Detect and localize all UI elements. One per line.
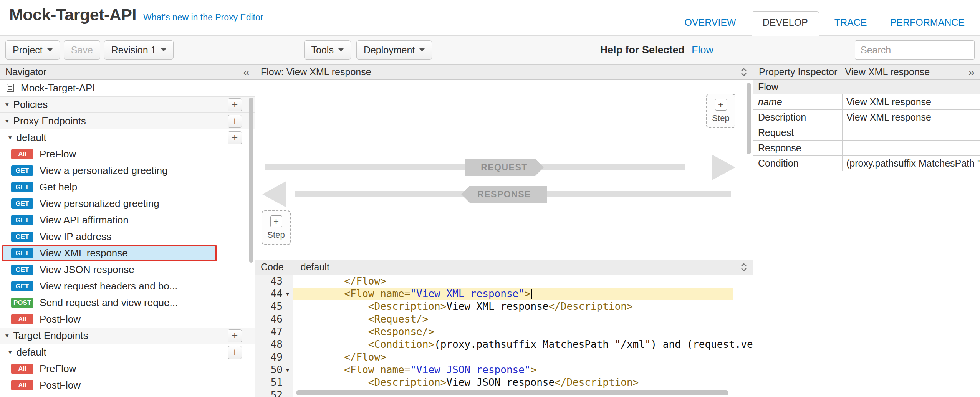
nav-section-policies[interactable]: ▾Policies+ bbox=[0, 96, 255, 113]
collapse-panel-icon[interactable]: « bbox=[243, 66, 250, 78]
tab-performance[interactable]: PERFORMANCE bbox=[888, 12, 967, 36]
code-line[interactable]: 45 <Description>View XML response</Descr… bbox=[255, 300, 753, 313]
nav-item-view-xml-response[interactable]: GETView XML response bbox=[2, 245, 217, 261]
tab-overview[interactable]: OVERVIEW bbox=[682, 12, 738, 36]
request-label-badge: REQUEST bbox=[465, 159, 544, 176]
toolbar: Project Save Revision 1 Tools Deployment… bbox=[0, 35, 980, 65]
code-horizontal-scrollbar[interactable] bbox=[296, 390, 728, 395]
nav-item-view-personalized-greeting[interactable]: GETView personalized greeting bbox=[2, 195, 217, 212]
right-arrowhead-icon bbox=[712, 154, 735, 180]
nav-item-label: Send request and view reque... bbox=[40, 297, 178, 309]
code-file-tab[interactable]: default bbox=[301, 261, 329, 273]
nav-item-label: View personalized greeting bbox=[40, 198, 159, 210]
code-content[interactable]: <Condition>(proxy.pathsuffix MatchesPath… bbox=[293, 338, 753, 351]
code-editor[interactable]: 43 </Flow>44▾ <Flow name="View XML respo… bbox=[255, 275, 753, 397]
proxy-doc-icon bbox=[5, 83, 15, 93]
method-badge-get: GET bbox=[11, 165, 33, 176]
property-row: Condition(proxy.pathsuffix MatchesPath "… bbox=[753, 156, 980, 171]
expand-panel-icon[interactable]: » bbox=[968, 66, 975, 78]
deployment-dropdown[interactable]: Deployment bbox=[356, 40, 432, 60]
nav-group-default[interactable]: ▾default+ bbox=[0, 344, 255, 361]
code-content[interactable]: </Flow> bbox=[293, 275, 753, 288]
add-button[interactable]: + bbox=[228, 115, 242, 128]
property-value-request[interactable] bbox=[843, 125, 980, 140]
property-value-name[interactable]: View XML response bbox=[843, 94, 980, 109]
disclosure-triangle-icon: ▾ bbox=[5, 332, 9, 340]
method-badge-all: All bbox=[11, 380, 33, 390]
help-for-selected-label: Help for Selected bbox=[600, 44, 685, 56]
add-button[interactable]: + bbox=[228, 346, 242, 359]
add-button[interactable]: + bbox=[228, 329, 242, 342]
code-line[interactable]: 49 </Flow> bbox=[255, 351, 753, 364]
add-step-button-response[interactable]: + Step bbox=[706, 94, 735, 128]
code-content[interactable]: <Response/> bbox=[293, 326, 753, 338]
search-input[interactable] bbox=[855, 40, 975, 60]
code-content[interactable]: </Flow> bbox=[293, 351, 753, 364]
code-content[interactable]: <Request/> bbox=[293, 313, 753, 326]
property-value-description[interactable]: View XML response bbox=[843, 110, 980, 125]
tools-dropdown-label: Tools bbox=[311, 45, 334, 56]
nav-item-label: Policies bbox=[13, 99, 48, 111]
nav-section-proxy-endpoints[interactable]: ▾Proxy Endpoints+ bbox=[0, 113, 255, 129]
code-line[interactable]: 50▾ <Flow name="View JSON response"> bbox=[255, 364, 753, 376]
nav-group-default[interactable]: ▾default+ bbox=[0, 129, 255, 146]
code-line[interactable]: 51 <Description>View JSON response</Desc… bbox=[255, 376, 753, 389]
code-line[interactable]: 44▾ <Flow name="View XML response"> bbox=[255, 288, 753, 300]
nav-item-view-request-headers-and-bo[interactable]: GETView request headers and bo... bbox=[2, 278, 217, 294]
code-token: </Flow> bbox=[296, 351, 386, 363]
nav-item-label: Get help bbox=[40, 181, 77, 193]
nav-item-view-json-response[interactable]: GETView JSON response bbox=[2, 261, 217, 278]
flow-scrollbar[interactable] bbox=[747, 83, 751, 154]
help-flow-link[interactable]: Flow bbox=[692, 44, 713, 56]
line-number-gutter: 52 bbox=[255, 389, 293, 397]
nav-item-send-request-and-view-reque[interactable]: POSTSend request and view reque... bbox=[2, 294, 217, 311]
nav-item-label: default bbox=[17, 346, 46, 358]
title-wrap: Mock-Target-API What's new in the Proxy … bbox=[9, 5, 263, 24]
save-button[interactable]: Save bbox=[64, 40, 100, 60]
line-number-gutter: 45 bbox=[255, 300, 293, 313]
whats-new-link[interactable]: What's new in the Proxy Editor bbox=[143, 12, 263, 23]
navigator-root-item[interactable]: Mock-Target-API bbox=[0, 80, 255, 96]
nav-item-label: PreFlow bbox=[40, 148, 76, 160]
add-step-button-request[interactable]: + Step bbox=[262, 210, 291, 245]
navigator-scrollbar[interactable] bbox=[249, 98, 253, 263]
tab-trace[interactable]: TRACE bbox=[832, 12, 869, 36]
add-button[interactable]: + bbox=[228, 98, 242, 111]
expand-collapse-icon[interactable] bbox=[740, 262, 748, 272]
nav-section-target-endpoints[interactable]: ▾Target Endpoints+ bbox=[0, 328, 255, 344]
property-value-response[interactable] bbox=[843, 141, 980, 155]
method-badge-get: GET bbox=[11, 281, 33, 291]
fold-toggle-icon[interactable]: ▾ bbox=[283, 364, 293, 376]
line-number: 50 bbox=[271, 364, 283, 376]
code-content[interactable]: <Flow name="View XML response"> bbox=[293, 288, 733, 300]
line-number-gutter: 49 bbox=[255, 351, 293, 364]
fold-toggle-icon[interactable]: ▾ bbox=[283, 288, 293, 300]
revision-dropdown[interactable]: Revision 1 bbox=[104, 40, 174, 60]
property-value-condition[interactable]: (proxy.pathsuffix MatchesPath "/x bbox=[843, 156, 980, 171]
nav-item-preflow[interactable]: AllPreFlow bbox=[2, 146, 217, 162]
navigator-header: Navigator « bbox=[0, 65, 255, 80]
nav-item-get-help[interactable]: GETGet help bbox=[2, 179, 217, 195]
code-line[interactable]: 43 </Flow> bbox=[255, 275, 753, 288]
nav-item-view-a-personalized-greeting[interactable]: GETView a personalized greeting bbox=[2, 162, 217, 179]
tab-develop[interactable]: DEVELOP bbox=[752, 11, 819, 36]
nav-item-postflow[interactable]: AllPostFlow bbox=[2, 311, 217, 328]
flow-canvas: + Step REQUEST RESPONSE + Step bbox=[255, 80, 753, 260]
code-content[interactable]: <Description>View JSON response</Descrip… bbox=[293, 376, 753, 389]
tools-dropdown[interactable]: Tools bbox=[304, 40, 351, 60]
project-dropdown[interactable]: Project bbox=[5, 40, 60, 60]
code-line[interactable]: 46 <Request/> bbox=[255, 313, 753, 326]
nav-item-view-ip-address[interactable]: GETView IP address bbox=[2, 228, 217, 245]
code-line[interactable]: 48 <Condition>(proxy.pathsuffix MatchesP… bbox=[255, 338, 753, 351]
code-content[interactable]: <Flow name="View JSON response"> bbox=[293, 364, 753, 376]
expand-collapse-icon[interactable] bbox=[740, 67, 748, 77]
nav-item-postflow[interactable]: AllPostFlow bbox=[2, 377, 217, 394]
add-button[interactable]: + bbox=[228, 131, 242, 144]
code-content[interactable]: <Description>View XML response</Descript… bbox=[293, 300, 753, 313]
nav-item-preflow[interactable]: AllPreFlow bbox=[2, 361, 217, 377]
page-title: Mock-Target-API bbox=[9, 5, 136, 24]
code-token: </Flow> bbox=[296, 275, 386, 287]
code-line[interactable]: 47 <Response/> bbox=[255, 326, 753, 338]
code-token: <Flow name= bbox=[296, 288, 410, 299]
nav-item-view-api-affirmation[interactable]: GETView API affirmation bbox=[2, 212, 217, 228]
